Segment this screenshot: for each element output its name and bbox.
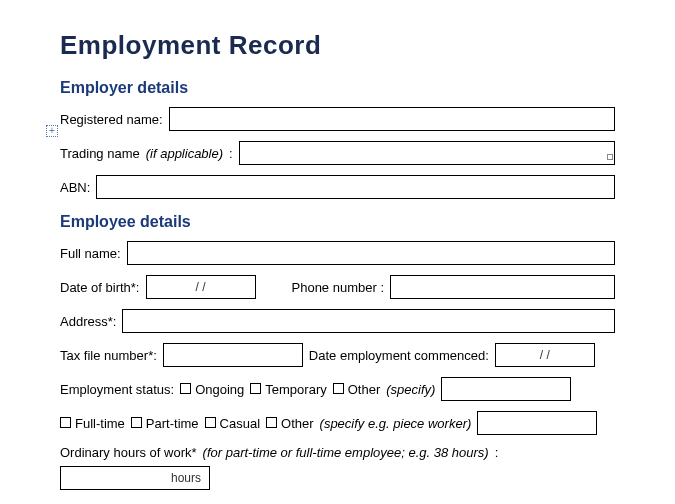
- checkbox-icon: [333, 383, 344, 394]
- table-anchor-icon: +: [46, 125, 58, 137]
- status-other-option[interactable]: Other: [333, 382, 381, 397]
- commenced-field[interactable]: / /: [495, 343, 595, 367]
- trading-name-row: Trading name (if applicable) :: [60, 141, 615, 165]
- trading-name-field[interactable]: [239, 141, 615, 165]
- full-name-row: Full name:: [60, 241, 615, 265]
- employer-details-section: Employer details Registered name: Tradin…: [60, 79, 615, 199]
- phone-label: Phone number :: [292, 280, 385, 295]
- status-other-note: (specify): [386, 382, 435, 397]
- checkbox-icon: [131, 417, 142, 428]
- address-field[interactable]: [122, 309, 615, 333]
- status-ongoing-option[interactable]: Ongoing: [180, 382, 244, 397]
- address-label: Address*:: [60, 314, 116, 329]
- employee-details-heading: Employee details: [60, 213, 615, 231]
- hours-field[interactable]: hours: [60, 466, 210, 490]
- full-name-field[interactable]: [127, 241, 615, 265]
- type-other-label: Other: [281, 416, 314, 431]
- type-parttime-option[interactable]: Part-time: [131, 416, 199, 431]
- type-other-field[interactable]: [477, 411, 597, 435]
- tfn-commenced-row: Tax file number*: Date employment commen…: [60, 343, 615, 367]
- employment-status-label: Employment status:: [60, 382, 174, 397]
- employer-details-heading: Employer details: [60, 79, 615, 97]
- abn-label: ABN:: [60, 180, 90, 195]
- checkbox-icon: [266, 417, 277, 428]
- hours-note: (for part-time or full-time employee; e.…: [203, 445, 489, 460]
- type-casual-label: Casual: [220, 416, 260, 431]
- address-row: Address*:: [60, 309, 615, 333]
- dob-placeholder: / /: [195, 280, 205, 294]
- commenced-placeholder: / /: [540, 348, 550, 362]
- tfn-label: Tax file number*:: [60, 348, 157, 363]
- type-other-option[interactable]: Other: [266, 416, 314, 431]
- type-other-note: (specify e.g. piece worker): [320, 416, 472, 431]
- page-title: Employment Record: [60, 30, 615, 61]
- employee-details-section: Employee details Full name: Date of birt…: [60, 213, 615, 490]
- trading-name-colon: :: [229, 146, 233, 161]
- status-other-label: Other: [348, 382, 381, 397]
- type-fulltime-label: Full-time: [75, 416, 125, 431]
- type-casual-option[interactable]: Casual: [205, 416, 260, 431]
- dob-label: Date of birth*:: [60, 280, 140, 295]
- registered-name-row: Registered name:: [60, 107, 615, 131]
- employment-status-row: Employment status: Ongoing Temporary Oth…: [60, 377, 615, 401]
- registered-name-field[interactable]: [169, 107, 615, 131]
- abn-row: ABN:: [60, 175, 615, 199]
- type-parttime-label: Part-time: [146, 416, 199, 431]
- hours-colon: :: [495, 445, 499, 460]
- tfn-field[interactable]: [163, 343, 303, 367]
- dob-phone-row: Date of birth*: / / Phone number :: [60, 275, 615, 299]
- phone-field[interactable]: [390, 275, 615, 299]
- status-temporary-option[interactable]: Temporary: [250, 382, 326, 397]
- hours-suffix: hours: [171, 471, 201, 485]
- hours-label: Ordinary hours of work*: [60, 445, 197, 460]
- type-fulltime-option[interactable]: Full-time: [60, 416, 125, 431]
- trading-name-label: Trading name: [60, 146, 140, 161]
- resize-handle-icon: [607, 154, 613, 160]
- hours-row: Ordinary hours of work* (for part-time o…: [60, 445, 615, 490]
- status-temporary-label: Temporary: [265, 382, 326, 397]
- checkbox-icon: [60, 417, 71, 428]
- abn-field[interactable]: [96, 175, 615, 199]
- commenced-label: Date employment commenced:: [309, 348, 489, 363]
- registered-name-label: Registered name:: [60, 112, 163, 127]
- trading-name-note: (if applicable): [146, 146, 223, 161]
- employment-type-row: Full-time Part-time Casual Other (specif…: [60, 411, 615, 435]
- full-name-label: Full name:: [60, 246, 121, 261]
- dob-field[interactable]: / /: [146, 275, 256, 299]
- checkbox-icon: [205, 417, 216, 428]
- status-other-field[interactable]: [441, 377, 571, 401]
- checkbox-icon: [250, 383, 261, 394]
- status-ongoing-label: Ongoing: [195, 382, 244, 397]
- checkbox-icon: [180, 383, 191, 394]
